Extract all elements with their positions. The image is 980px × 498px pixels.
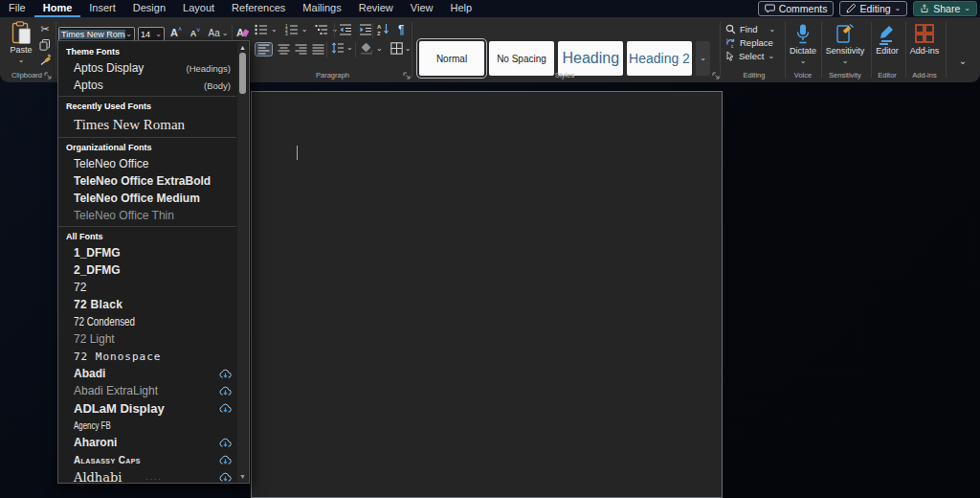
font-item-label: TeleNeo Office ExtraBold [74,174,211,188]
tab-help[interactable]: Help [441,0,480,17]
font-item-label: Aldhabi [74,470,122,485]
font-item-label: 72 Black [74,298,122,311]
font-item[interactable]: Aharoni [58,434,236,451]
tab-home[interactable]: Home [34,0,81,17]
replace-button[interactable]: bc Replace [725,37,773,48]
dropdown-scrollbar[interactable]: ▲ ▼ [237,42,248,482]
format-painter-button[interactable] [36,54,54,66]
paragraph-dialog-launcher[interactable] [403,72,411,79]
grow-font-button[interactable]: A˄ [168,26,184,40]
font-item-label: 1_DFMG [74,246,121,260]
chevron-down-icon[interactable]: ⌄ [271,26,278,34]
styles-group-label: Styles [522,71,608,79]
font-size-combobox[interactable]: 14 ⌄ [138,27,165,41]
change-case-button[interactable]: Aa ⌄ [207,26,230,40]
tab-references[interactable]: References [223,0,294,17]
font-item[interactable]: TeleNeo Office Thin [58,207,236,224]
cloud-download-icon [219,386,232,396]
addins-label: Add-ins [910,47,940,57]
chevron-down-icon[interactable]: ⌄ [346,44,353,52]
font-item[interactable]: 72 Black [58,296,236,313]
decrease-indent-button[interactable] [339,24,352,35]
select-button[interactable]: Select ⌄ [725,51,774,61]
grow-font-icon: A [170,28,178,38]
font-item[interactable]: ADLaM Display [58,399,236,417]
editing-mode-button[interactable]: Editing ⌄ [839,1,907,16]
collapse-ribbon-button[interactable]: ⌄ [955,56,970,67]
scrollbar-thumb[interactable] [239,53,246,94]
font-item[interactable]: Aptos Display (Headings) [58,59,236,77]
font-item[interactable]: Abadi ExtraLight [58,382,236,399]
font-item-label: 72 Monospace [74,351,161,363]
comments-button[interactable]: Comments [758,1,835,16]
style-card-normal[interactable]: Normal [419,41,484,76]
font-item[interactable]: 2_DFMG [58,261,236,279]
clipboard-dialog-launcher[interactable] [44,72,52,79]
font-item[interactable]: TeleNeo Office Medium [58,190,236,207]
cut-button[interactable]: ✂ [36,23,54,35]
tab-file[interactable]: File [0,0,34,17]
numbering-button[interactable]: 123 [285,24,299,35]
addins-button[interactable]: Add-ins [907,23,942,57]
font-item[interactable]: 72 Light [58,330,236,348]
tab-layout[interactable]: Layout [174,0,223,17]
font-item[interactable]: 72 [58,279,236,296]
share-button[interactable]: Share ⌄ [913,1,977,16]
copy-button[interactable] [36,38,54,51]
dictate-button[interactable]: Dictate ⌄ [787,23,819,65]
bullets-button[interactable] [255,24,268,35]
font-item[interactable]: Agency FB [58,417,236,434]
tab-design[interactable]: Design [124,0,174,17]
clear-formatting-button[interactable]: A [234,26,250,40]
styles-dialog-launcher[interactable] [712,72,720,79]
align-right-button[interactable] [295,44,307,55]
font-item[interactable]: TeleNeo Office [58,155,236,172]
tab-review[interactable]: Review [350,0,402,17]
font-item[interactable]: Alasassy Caps [58,451,236,468]
dropdown-resize-grip[interactable]: ···· [125,477,183,482]
chevron-down-icon: ⌄ [964,5,970,12]
increase-indent-button[interactable] [359,24,372,35]
document-page[interactable] [251,91,723,498]
multilevel-list-button[interactable] [315,24,328,35]
chevron-down-icon: ⌄ [18,57,25,64]
style-card-heading2[interactable]: Heading 2 [627,41,692,76]
tab-view[interactable]: View [402,0,442,17]
justify-button[interactable] [312,44,324,55]
sort-button[interactable]: AZ [377,23,390,35]
font-item[interactable]: TeleNeo Office ExtraBold [58,172,236,190]
shrink-font-button[interactable]: A˅ [188,27,203,41]
sensitivity-button[interactable]: Sensitivity ⌄ [823,23,867,65]
font-item[interactable]: Abadi [58,365,236,382]
font-item[interactable]: 72 Condensed [58,313,236,330]
font-item[interactable]: Aptos (Body) [58,77,236,94]
font-name-combobox[interactable]: Times New Roman ⌄ [58,27,135,41]
find-button[interactable]: Find ⌄ [725,24,775,34]
scroll-up-icon[interactable]: ▲ [237,44,248,51]
chevron-down-icon: ⌄ [768,26,775,34]
chevron-down-icon[interactable]: ⌄ [405,45,412,53]
font-item[interactable]: 1_DFMG [58,244,236,261]
editor-button[interactable]: Editor [873,23,902,57]
line-spacing-button[interactable] [331,42,345,54]
font-item[interactable]: 72 Monospace [58,348,236,365]
align-center-button[interactable] [278,44,290,55]
chevron-down-icon[interactable]: ⌄ [376,45,383,53]
chevron-down-icon[interactable]: ⌄ [301,26,308,34]
show-formatting-marks-button[interactable]: ¶ [398,24,404,35]
shading-button[interactable] [360,42,374,55]
font-item-label: 72 [74,281,86,294]
paste-button[interactable]: Paste ⌄ [6,21,36,64]
tab-insert[interactable]: Insert [80,0,124,17]
tab-mailings[interactable]: Mailings [294,0,349,17]
cloud-download-icon [219,472,232,483]
font-item[interactable]: Times New Roman [58,114,236,135]
font-item-label: TeleNeo Office Thin [74,209,174,222]
styles-gallery-more-button[interactable]: ⌄ [696,41,710,76]
share-label: Share [933,3,960,14]
replace-label: Replace [740,37,773,48]
scroll-down-icon[interactable]: ▼ [237,473,248,480]
paste-clipboard-icon [11,21,32,45]
borders-button[interactable] [390,42,403,55]
align-left-button[interactable] [255,42,273,57]
